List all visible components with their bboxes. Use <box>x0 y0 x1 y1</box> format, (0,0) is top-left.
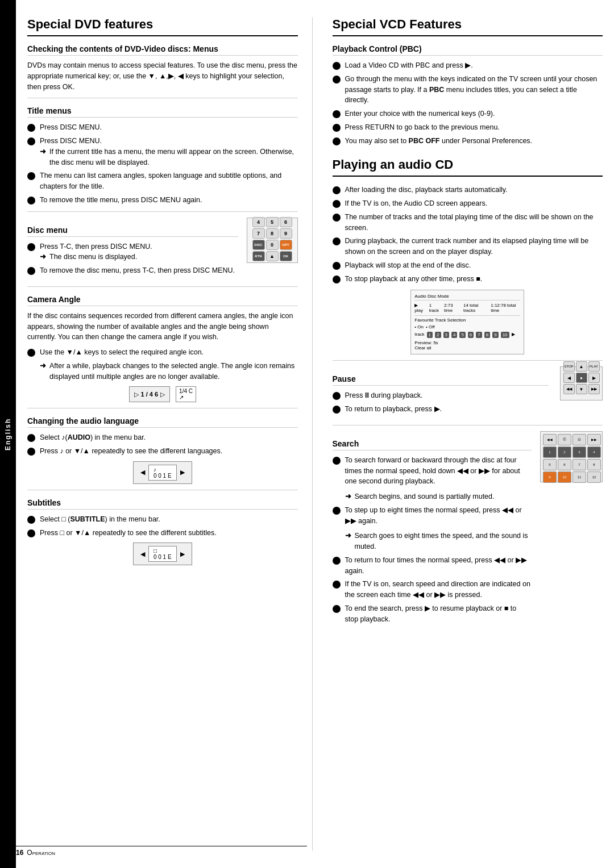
item-text: To remove the title menu, press DISC MEN… <box>40 195 202 206</box>
list-item: To step up to eight times the normal spe… <box>333 505 532 527</box>
arrow-item: ➜ If the current title has a menu, the m… <box>40 147 298 168</box>
subtitles-heading: Subtitles <box>27 498 298 510</box>
item-text: You may also set to PBC OFF under Person… <box>345 136 533 147</box>
badge-text: 1/4 C <box>179 388 193 394</box>
cam-label: 1 / 4 6 <box>141 391 159 398</box>
subtitle-image: ◀ □0 0 1 E ▶ <box>27 542 298 565</box>
press-label2: Press <box>40 529 58 537</box>
track-5: 5 <box>459 332 465 338</box>
bullet-icon <box>27 197 35 205</box>
subtitles-list: Select □ (SUBTITLE) in the menu bar. Pre… <box>27 514 298 539</box>
page-number: 16 <box>16 849 23 857</box>
list-item: Press T-C, then press DISC MENU. ➜ The d… <box>27 241 238 263</box>
skey-5: 5 <box>543 459 557 470</box>
bullet-icon <box>333 457 341 465</box>
skey-9: 9 <box>543 471 557 483</box>
list-item: ➜ After a while, playback changes to the… <box>27 361 298 382</box>
disc-menu-list: Press T-C, then press DISC MENU. ➜ The d… <box>27 241 238 276</box>
cd-display-header: Audio Disc Mode <box>414 294 520 301</box>
remote-grid: STOP ▲ PLAY ◀ ● ▶ ◀◀ ▼ ▶▶ <box>561 359 602 408</box>
item-text: Enter your choice with the numerical key… <box>345 108 495 119</box>
language-tab: English <box>0 0 16 868</box>
track-3: 3 <box>443 332 449 338</box>
audio-cd-display: Audio Disc Mode ▶ play 1 track 2:73 time… <box>410 290 524 354</box>
disc-menu-content: Disc menu Press T-C, then press DISC MEN… <box>27 218 238 281</box>
checking-contents-heading: Checking the contents of DVD-Video discs… <box>27 44 298 56</box>
search-list3: To return to four times the normal speed… <box>333 555 532 625</box>
item-text: Press RETURN to go back to the previous … <box>345 122 500 133</box>
subtitle-track-label: □0 0 1 E <box>148 546 177 562</box>
page-container: English Special DVD features Checking th… <box>0 0 614 868</box>
arrow-item: ➜ The disc menu is displayed. <box>40 252 238 262</box>
list-item: To end the search, press ▶ to resume pla… <box>333 603 532 625</box>
item-text: Press II during playback. <box>345 390 423 401</box>
language-tab-label: English <box>4 418 12 450</box>
bullet-icon <box>333 186 341 194</box>
bullet-icon <box>333 237 341 245</box>
search-list: To search forward or backward through th… <box>333 455 532 487</box>
cd-time: 2:73 time <box>444 303 460 313</box>
item-text: If the TV is on, search speed and direct… <box>345 579 532 600</box>
list-item: To return to playback, press ▶. <box>333 404 549 415</box>
list-item: Press DISC MENU. <box>27 122 298 133</box>
vcd-features-title: Special VCD Features <box>333 17 603 36</box>
list-item: Press □ or ▼/▲ repeatedly to see the dif… <box>27 528 298 539</box>
divider4 <box>27 408 298 408</box>
list-item: Press ♪ or ▼/▲ repeatedly to see the dif… <box>27 446 298 457</box>
track-more: ▶ <box>512 332 515 338</box>
skey-8: 8 <box>587 459 601 470</box>
list-item: To remove the disc menu, press T-C, then… <box>27 265 238 276</box>
skey-2: 2 <box>558 446 571 458</box>
bullet-icon <box>333 406 341 414</box>
item-text: To search forward or backward through th… <box>345 455 532 487</box>
key-up: ▲ <box>266 251 279 261</box>
bullet-icon <box>333 605 341 613</box>
item-text: Go through the menu with the keys indica… <box>345 74 603 106</box>
bullet-icon <box>27 448 35 456</box>
divider1 <box>27 98 298 98</box>
bullet-icon <box>333 200 341 208</box>
cd-mode-label: Audio Disc Mode <box>414 294 449 299</box>
rkey-down: ▼ <box>576 384 587 394</box>
pause-list: Press II during playback. To return to p… <box>333 390 549 415</box>
item-text: The number of tracks and the total playi… <box>345 212 603 233</box>
left-column: Special DVD features Checking the conten… <box>27 17 313 851</box>
cd-track: 1 track <box>429 303 441 313</box>
arrow-item-search2: ➜ Search goes to eight times the speed, … <box>345 531 532 552</box>
search-content: Search To search forward or backward thr… <box>333 431 532 629</box>
track-2: 2 <box>435 332 441 338</box>
divider7 <box>333 425 603 425</box>
key-6: 6 <box>280 217 292 227</box>
list-item: To stop playback at any other time, pres… <box>333 274 603 285</box>
list-item: The menu can list camera angles, spoken … <box>27 170 298 192</box>
key-7: 7 <box>252 228 265 239</box>
skey-rew2: ◀◀ <box>543 434 557 445</box>
cd-preview-label: Preview: 5s <box>414 340 520 345</box>
bullet-icon <box>27 267 35 275</box>
list-item: Select □ (SUBTITLE) in the menu bar. <box>27 514 298 525</box>
disc-menu-section: Disc menu Press T-C, then press DISC MEN… <box>27 218 298 281</box>
item-text: The menu can list camera angles, spoken … <box>40 170 298 192</box>
search-section: Search To search forward or backward thr… <box>333 431 603 629</box>
list-item: To return to four times the normal speed… <box>333 555 532 577</box>
arrow-icon: ➜ <box>345 491 351 502</box>
arrow-icon: ➜ <box>345 531 351 541</box>
item-text: To step up to eight times the normal spe… <box>345 505 532 527</box>
key-0: 0 <box>266 240 279 250</box>
pbc-heading: Playback Control (PBC) <box>333 44 603 56</box>
divider5 <box>27 490 298 490</box>
item-text: After loading the disc, playback starts … <box>345 185 508 195</box>
item-text: Playback will stop at the end of the dis… <box>345 260 471 271</box>
camera-box1: ▷ 1 / 4 6 ▷ <box>129 386 171 402</box>
camera-angle-images: ▷ 1 / 4 6 ▷ 1/4 C ↗ <box>27 386 298 402</box>
keypad-image: 4 5 6 7 8 9 DISC 0 OPT RTN ▲ OK <box>247 218 298 263</box>
subtitle-track-text: □0 0 1 E <box>154 548 172 560</box>
cd-label: track <box>414 332 424 338</box>
badge-icon: ↗ <box>179 394 184 400</box>
cd-info-row: ▶ play 1 track 2:73 time 14 total tracks… <box>414 303 520 313</box>
skey-3: 3 <box>572 446 586 458</box>
bullet-icon <box>333 507 341 515</box>
bullet-icon <box>27 243 35 251</box>
footer: 16 Operation <box>16 846 307 857</box>
audio-language-list: Select ♪(AUDIO) in the menu bar. Press ♪… <box>27 432 298 457</box>
